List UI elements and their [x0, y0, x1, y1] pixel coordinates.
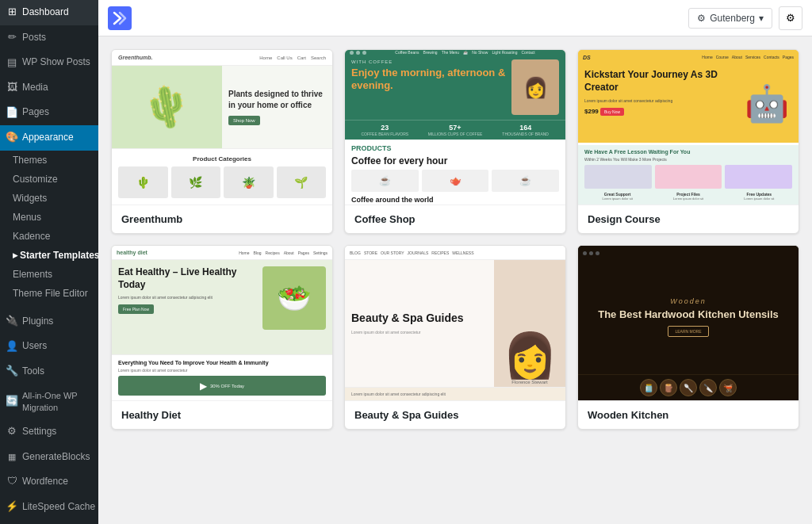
sidebar-sub-starter-templates[interactable]: ▸ Starter Templates — [0, 246, 98, 265]
dc-lesson-img — [584, 165, 652, 189]
gt-nav-links: Home Call Us Cart Search — [259, 55, 326, 60]
gt-categories: Product Categories 🌵 🌿 🪴 🌱 — [112, 148, 332, 205]
wk-bottom: 🫙 🪵 🥄 🔪 🫕 — [578, 374, 799, 400]
cs-products: PRODUCTS Coffee for every hour ☕ 🫖 ☕ Cof… — [345, 140, 565, 205]
hd-btn: Free Plan Now — [118, 304, 154, 314]
gt-cat-title: Product Categories — [118, 155, 326, 163]
gt-nav-link: Search — [311, 55, 326, 60]
cs-stat-3: 164 THOUSANDS OF BRAND — [492, 124, 559, 136]
media-icon: 🖼 — [6, 82, 17, 94]
template-grid: Greenthumb. Home Call Us Cart Search 🌵 — [111, 49, 799, 430]
dc-logo: DS — [583, 55, 591, 60]
header-settings-button[interactable]: ⚙ — [779, 6, 802, 30]
litespeed-icon: ⚡ — [6, 502, 17, 513]
gt-text-area: Plants designed to thrive in your home o… — [222, 66, 332, 148]
dc-support-row: Great Support Lorem ipsum dolor sit Proj… — [584, 192, 792, 201]
cs-products-sub: Coffee around the world — [351, 196, 559, 204]
cs-hero-img: 👩 — [511, 59, 559, 115]
sidebar-item-plugins[interactable]: 🔌 Plugins — [0, 309, 98, 335]
sidebar-item-users[interactable]: 👤 Users — [0, 334, 98, 359]
sidebar-item-wordfence[interactable]: 🛡 Wordfence — [0, 469, 98, 495]
template-card-coffee-shop[interactable]: Coffee Beans Brewing The Menu ☕ No Show … — [344, 49, 566, 234]
sidebar-sub-kadence[interactable]: Kadence — [0, 227, 98, 246]
dc-buynow-btn[interactable]: Buy Now — [600, 108, 624, 116]
hd-play-icon: ▶ — [200, 381, 207, 392]
bs-bottom-text: Lorem ipsum dolor sit amet consectetur a… — [351, 392, 559, 396]
cs-nav-dot — [356, 51, 360, 55]
sidebar-item-generateblocks[interactable]: ▦ GenerateBlocks — [0, 445, 98, 470]
wk-avatars: 🫙 🪵 🥄 🔪 🫕 — [584, 379, 792, 396]
wordfence-icon: 🛡 — [6, 476, 17, 488]
dc-lesson-img-pink — [655, 165, 722, 189]
hd-video-thumb: ▶ 30% OFF Today — [118, 376, 326, 396]
bs-img: 👩 Florence Stewart — [494, 260, 565, 387]
sidebar-item-posts[interactable]: ✏ Posts — [0, 25, 98, 51]
wk-avatar-2: 🪵 — [660, 379, 677, 396]
hd-bottom: Everything You Need To Improve Your Heal… — [112, 354, 332, 400]
cs-stat-2: 57+ MILLIONS CUPS OF COFFEE — [422, 124, 489, 136]
cs-prod-grid: ☕ 🫖 ☕ — [351, 170, 559, 192]
sidebar-item-collapse[interactable]: ◀ Collapse menu — [0, 519, 98, 524]
sidebar-sub-menus[interactable]: Menus — [0, 208, 98, 227]
tools-icon: 🔧 — [6, 366, 17, 377]
wk-avatar-1: 🫙 — [640, 379, 657, 396]
dc-lesson-sub: Within 2 Weeks You Will Make 3 More Proj… — [584, 157, 792, 162]
dc-support-item-1: Great Support Lorem ipsum dolor sit — [584, 192, 650, 201]
gt-logo: Greenthumb. — [118, 55, 153, 60]
sidebar-item-media[interactable]: 🖼 Media — [0, 75, 98, 101]
logo-area — [108, 6, 132, 30]
hd-nav: healthy diet Home Blog Recipes About Pag… — [112, 246, 332, 260]
bs-bottom: Lorem ipsum dolor sit amet consectetur a… — [345, 387, 565, 400]
dc-lesson-img-purple — [725, 165, 792, 189]
kadence-logo — [108, 6, 132, 30]
template-card-healthy-diet[interactable]: healthy diet Home Blog Recipes About Pag… — [111, 245, 333, 430]
wk-nav — [578, 246, 799, 260]
gt-cat-item: 🪴 — [224, 166, 274, 198]
sidebar-item-appearance[interactable]: 🎨 Appearance — [0, 125, 98, 151]
greenthumb-title: Greenthumb — [112, 205, 332, 233]
sidebar: ⊞ Dashboard ✏ Posts ▤ WP Show Posts 🖼 Me… — [0, 0, 98, 524]
cs-nav-dot — [362, 51, 366, 55]
cs-nav-dot — [350, 51, 354, 55]
dc-lesson-title: We Have A Free Lesson Waiting For You — [584, 149, 792, 155]
sidebar-item-dashboard[interactable]: ⊞ Dashboard — [0, 0, 98, 25]
sidebar-item-settings[interactable]: ⚙ Settings — [0, 419, 98, 445]
sidebar-sub-widgets[interactable]: Widgets — [0, 189, 98, 208]
healthy-diet-title: Healthy Diet — [112, 400, 332, 429]
template-card-greenthumb[interactable]: Greenthumb. Home Call Us Cart Search 🌵 — [111, 49, 333, 234]
sidebar-item-litespeed[interactable]: ⚡ LiteSpeed Cache — [0, 495, 98, 520]
top-bar-right: ⚙ Gutenberg ▾ ⚙ — [688, 6, 802, 30]
gt-plant-icon: 🌵 — [139, 80, 195, 134]
wk-avatar-3: 🥄 — [680, 379, 697, 396]
sidebar-sub-customize[interactable]: Customize — [0, 170, 98, 189]
plugins-icon: 🔌 — [6, 316, 17, 327]
cs-prod-item: ☕ — [351, 170, 419, 192]
sidebar-sub-themes[interactable]: Themes — [0, 151, 98, 170]
cs-products-label: PRODUCTS — [351, 144, 559, 152]
wk-btn: LEARN MORE — [668, 326, 708, 337]
hd-hero: Eat Healthy – Live Healthy Today Lorem i… — [112, 260, 332, 354]
sidebar-sub-theme-file-editor[interactable]: Theme File Editor — [0, 284, 98, 303]
cs-products-title: Coffee for every hour — [351, 155, 559, 166]
wooden-kitchen-title: Wooden Kitchen — [578, 400, 799, 429]
dc-text: Kickstart Your Journey As 3D Creator Lor… — [584, 69, 736, 138]
hd-text: Eat Healthy – Live Healthy Today Lorem i… — [118, 266, 258, 348]
sidebar-sub-elements[interactable]: Elements — [0, 265, 98, 284]
template-preview-wooden: Wooden The Best Hardwood Kitchen Utensil… — [578, 246, 799, 400]
template-card-design-course[interactable]: DS Home Course About Services Contacts P… — [577, 49, 799, 234]
template-preview-greenthumb: Greenthumb. Home Call Us Cart Search 🌵 — [112, 50, 332, 205]
sidebar-item-tools[interactable]: 🔧 Tools — [0, 359, 98, 384]
sidebar-item-wp-show-posts[interactable]: ▤ WP Show Posts — [0, 50, 98, 75]
gear-icon-small: ⚙ — [697, 13, 706, 24]
dc-lesson: We Have A Free Lesson Waiting For You Wi… — [578, 143, 799, 205]
gutenberg-button[interactable]: ⚙ Gutenberg ▾ — [688, 8, 772, 29]
bs-person-icon: 👩 — [503, 334, 557, 377]
gt-btn: Shop Now — [228, 116, 260, 125]
sidebar-item-pages[interactable]: 📄 Pages — [0, 100, 98, 125]
template-card-wooden-kitchen[interactable]: Wooden The Best Hardwood Kitchen Utensil… — [577, 245, 799, 430]
sidebar-item-migration[interactable]: 🔄 All-in-One WP Migration — [0, 384, 98, 419]
dc-desc: Lorem ipsum dolor sit amet consectetur a… — [584, 98, 736, 103]
template-card-beauty-spa[interactable]: BLOG STORE OUR STORY JOURNALS RECIPES WE… — [344, 245, 566, 430]
wk-avatar-4: 🔪 — [699, 379, 717, 396]
design-course-title: Design Course — [578, 205, 799, 233]
